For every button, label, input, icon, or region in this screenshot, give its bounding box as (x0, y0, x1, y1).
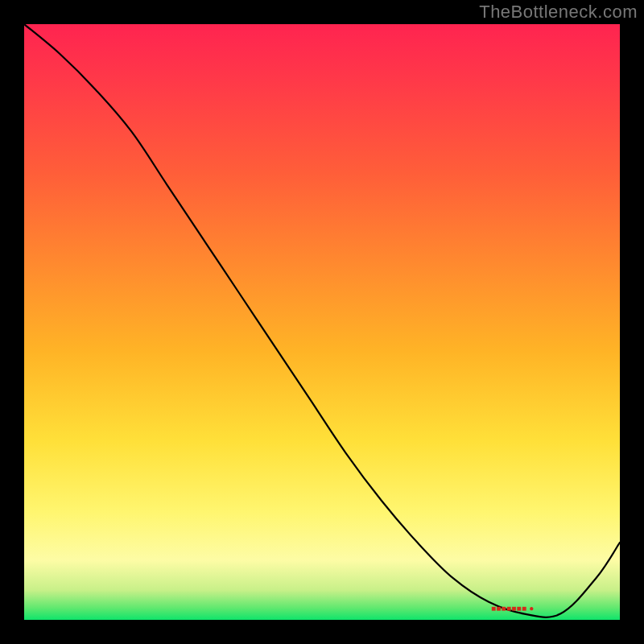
chart-svg: ■■■■■■■ ● (24, 24, 620, 620)
plot-area: ■■■■■■■ ● (24, 24, 620, 620)
chart-container: TheBottleneck.com ■■■■■■■ ● (0, 0, 644, 644)
gradient-background (24, 24, 620, 620)
annotation-label: ■■■■■■■ ● (491, 604, 535, 613)
watermark-text: TheBottleneck.com (479, 2, 638, 23)
